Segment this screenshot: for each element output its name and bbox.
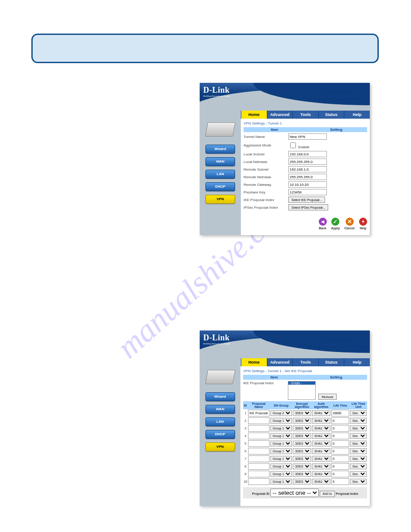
select-lifetime-unit[interactable]: Sec. [350,433,367,439]
input-proposal-name[interactable] [248,448,270,455]
input-local-subnet[interactable] [288,151,327,157]
tab-home[interactable]: Home [241,358,267,366]
select-dh-group[interactable]: Group 1 [270,418,292,424]
tab-advanced[interactable]: Advanced [267,358,293,366]
nav-wan[interactable]: WAN [206,157,235,166]
nav-vpn[interactable]: VPN [206,442,235,451]
select-encrypt[interactable]: 3DES [293,425,311,431]
input-remote-mask[interactable] [288,174,327,180]
nav-wan[interactable]: WAN [206,405,235,414]
checkbox-aggressive[interactable] [290,142,296,148]
select-encrypt[interactable]: 3DES [293,448,311,454]
input-proposal-name[interactable] [248,425,270,432]
tab-help[interactable]: Help [344,111,370,119]
button-add-to[interactable]: Add to [320,491,335,497]
select-lifetime-unit[interactable]: Sec. [350,479,367,485]
input-proposal-name[interactable] [248,440,270,447]
select-proposal-id[interactable]: -- select one -- [270,489,319,497]
input-lifetime[interactable] [331,410,349,416]
input-preshare[interactable] [288,189,327,195]
button-select-ike[interactable]: Select IKE Proposal... [288,197,325,203]
select-lifetime-unit[interactable]: Sec. [350,418,367,424]
input-lifetime[interactable] [331,433,349,439]
select-encrypt[interactable]: 3DES [293,410,311,416]
nav-vpn[interactable]: VPN [206,195,235,204]
select-dh-group[interactable]: Group 1 [270,456,292,462]
select-dh-group[interactable]: Group 1 [270,448,292,454]
nav-wizard[interactable]: Wizard [206,392,235,401]
select-auth[interactable]: SHA1 [312,418,330,424]
input-lifetime[interactable] [331,425,349,432]
select-encrypt[interactable]: 3DES [293,456,311,462]
select-dh-group[interactable]: Group 1 [270,463,292,469]
action-back[interactable]: ◄Back [319,218,327,230]
tab-tools[interactable]: Tools [292,111,318,119]
input-proposal-name[interactable] [248,410,270,416]
select-encrypt[interactable]: 3DES [293,433,311,439]
select-dh-group[interactable]: Group 1 [270,441,292,446]
select-encrypt[interactable]: 3DES [293,463,311,469]
select-encrypt[interactable]: 3DES [293,418,311,424]
content-panel: VPN Settings - Tunnel 1 ItemSetting Tunn… [241,119,370,235]
input-proposal-name[interactable] [248,471,270,477]
select-dh-group[interactable]: Group 1 [270,433,292,439]
select-auth[interactable]: SHA1 [312,448,330,454]
listbox-proposal-index[interactable]: - Empty - [288,381,316,400]
input-proposal-name[interactable] [248,463,270,470]
tab-home[interactable]: Home [241,111,267,119]
input-lifetime[interactable] [331,463,349,470]
input-tunnel-name[interactable] [288,133,327,140]
select-auth[interactable]: SHA1 [312,441,330,446]
select-lifetime-unit[interactable]: Sec. [350,471,367,477]
tab-status[interactable]: Status [318,358,344,366]
nav-lan[interactable]: LAN [206,170,235,179]
select-lifetime-unit[interactable]: Sec. [350,448,367,454]
select-lifetime-unit[interactable]: Sec. [350,410,367,416]
select-auth[interactable]: SHA1 [312,410,330,416]
input-proposal-name[interactable] [248,417,270,424]
select-lifetime-unit[interactable]: Sec. [350,425,367,431]
select-auth[interactable]: SHA1 [312,425,330,431]
select-dh-group[interactable]: Group 2 [270,410,292,416]
input-lifetime[interactable] [331,478,349,485]
input-remote-gw[interactable] [288,181,327,188]
input-lifetime[interactable] [331,448,349,455]
select-auth[interactable]: SHA1 [312,471,330,477]
tab-status[interactable]: Status [318,111,344,119]
select-auth[interactable]: SHA1 [312,463,330,469]
tab-tools[interactable]: Tools [292,358,318,366]
input-lifetime[interactable] [331,440,349,447]
input-local-mask[interactable] [288,159,327,165]
action-cancel[interactable]: ✕Cancel [344,218,355,230]
tab-advanced[interactable]: Advanced [267,111,293,119]
nav-wizard[interactable]: Wizard [206,145,235,154]
select-encrypt[interactable]: 3DES [293,441,311,446]
select-auth[interactable]: SHA1 [312,433,330,439]
nav-dhcp[interactable]: DHCP [206,182,235,191]
input-proposal-name[interactable] [248,478,270,485]
select-auth[interactable]: SHA1 [312,479,330,485]
select-auth[interactable]: SHA1 [312,456,330,462]
select-encrypt[interactable]: 3DES [293,479,311,485]
input-lifetime[interactable] [331,471,349,477]
select-dh-group[interactable]: Group 1 [270,479,292,485]
input-proposal-name[interactable] [248,433,270,439]
input-lifetime[interactable] [331,417,349,424]
select-dh-group[interactable]: Group 1 [270,471,292,477]
action-apply[interactable]: ✓Apply [331,218,340,230]
input-remote-subnet[interactable] [288,166,327,172]
action-help[interactable]: +Help [359,218,367,230]
input-lifetime[interactable] [331,455,349,462]
select-dh-group[interactable]: Group 1 [270,425,292,431]
select-encrypt[interactable]: 3DES [293,471,311,477]
select-lifetime-unit[interactable]: Sec. [350,441,367,446]
button-select-ipsec[interactable]: Select IPSec Proposal... [288,204,328,210]
select-lifetime-unit[interactable]: Sec. [350,463,367,469]
button-remove[interactable]: Remove [318,394,336,400]
sidebar: Wizard WAN LAN DHCP VPN [200,119,241,235]
input-proposal-name[interactable] [248,455,270,462]
select-lifetime-unit[interactable]: Sec. [350,456,367,462]
nav-lan[interactable]: LAN [206,417,235,426]
tab-help[interactable]: Help [344,358,370,366]
nav-dhcp[interactable]: DHCP [206,430,235,439]
